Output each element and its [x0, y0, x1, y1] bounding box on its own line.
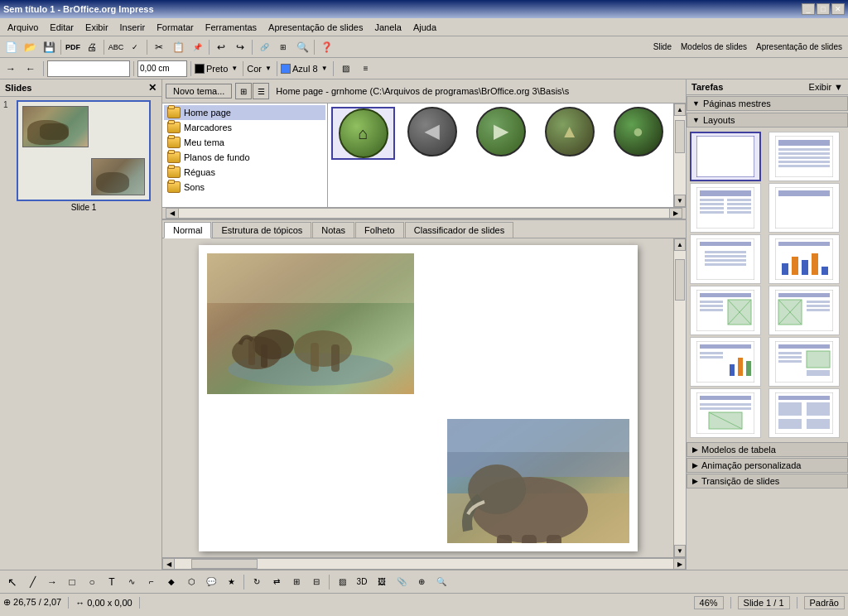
- theme-icon-green2[interactable]: ●: [606, 107, 670, 156]
- table-button[interactable]: ⊞: [274, 38, 292, 56]
- curve-btn[interactable]: ∿: [123, 573, 141, 591]
- tree-item-sons[interactable]: Sons: [164, 180, 325, 195]
- layout-11[interactable]: [690, 388, 761, 438]
- line-style-combo[interactable]: [47, 60, 130, 77]
- vscroll-track[interactable]: [674, 251, 686, 545]
- section-modelos-tabela[interactable]: ▶ Modelos de tabela: [687, 442, 848, 457]
- section-paginas-mestres[interactable]: ▼ Páginas mestres: [687, 96, 848, 111]
- layout-9[interactable]: [690, 337, 761, 387]
- paste-button[interactable]: 📌: [188, 38, 206, 56]
- modelos-btn[interactable]: Modelos de slides: [677, 38, 751, 56]
- menu-inserir[interactable]: Inserir: [114, 20, 152, 35]
- cut-button[interactable]: ✂: [150, 38, 168, 56]
- theme-icon-left[interactable]: ◀: [400, 107, 464, 156]
- tab-folheto[interactable]: Folheto: [355, 222, 404, 238]
- menu-exibir[interactable]: Exibir: [80, 20, 114, 35]
- vscroll-up-arrow[interactable]: ▲: [674, 238, 686, 251]
- line-color-dropdown[interactable]: ▼: [229, 60, 239, 78]
- zoom-level[interactable]: 46%: [694, 596, 724, 609]
- stars-btn[interactable]: ★: [222, 573, 240, 591]
- section-animacao[interactable]: ▶ Animação personalizada: [687, 458, 848, 473]
- tree-item-meuthema[interactable]: Meu tema: [164, 135, 325, 150]
- scroll-up-arrow[interactable]: ▲: [674, 103, 686, 116]
- fill-dropdown[interactable]: ▼: [263, 60, 273, 78]
- layout-12[interactable]: [768, 388, 840, 438]
- hscroll-right-btn[interactable]: ▶: [673, 558, 686, 570]
- tree-item-reguas[interactable]: Réguas: [164, 165, 325, 180]
- rect-btn[interactable]: □: [63, 573, 81, 591]
- menu-ferramentas[interactable]: Ferramentas: [200, 20, 263, 35]
- theme-icon-green1[interactable]: ▲: [537, 107, 601, 156]
- menu-formatar[interactable]: Formatar: [151, 20, 200, 35]
- menu-editar[interactable]: Editar: [44, 20, 80, 35]
- arrow-btn[interactable]: →: [43, 573, 61, 591]
- spellcheck-button[interactable]: ABC: [107, 38, 125, 56]
- save-button[interactable]: 💾: [40, 38, 58, 56]
- insert-pic-btn[interactable]: 🖼: [373, 573, 391, 591]
- flip-btn[interactable]: ⇄: [267, 573, 286, 591]
- tree-item-planos[interactable]: Planos de fundo: [164, 150, 325, 165]
- new-theme-button[interactable]: Novo tema...: [166, 84, 232, 99]
- flowchart-btn[interactable]: ⬡: [182, 573, 200, 591]
- vscroll-thumb[interactable]: [675, 259, 685, 301]
- close-button[interactable]: ✕: [831, 3, 845, 15]
- tree-item-homepage[interactable]: Home page: [164, 105, 325, 120]
- callout-btn[interactable]: 💬: [202, 573, 220, 591]
- spellcheck2-button[interactable]: ✓: [126, 38, 144, 56]
- tab-estrutura[interactable]: Estrutura de tópicos: [212, 222, 311, 238]
- scroll-track[interactable]: [674, 116, 686, 195]
- layout-title-img-content[interactable]: [768, 286, 840, 335]
- section-layouts[interactable]: ▼ Layouts: [687, 113, 848, 128]
- slide-vscrollbar[interactable]: ▲ ▼: [673, 238, 686, 557]
- text-btn[interactable]: T: [103, 573, 121, 591]
- maximize-button[interactable]: □: [817, 3, 830, 15]
- slide-hscrollbar[interactable]: ◀ ▶: [162, 557, 686, 570]
- grid-view-button[interactable]: ⊞: [235, 83, 252, 99]
- slide-thumbnail[interactable]: [17, 100, 151, 201]
- ungroup-btn[interactable]: ⊟: [307, 573, 325, 591]
- scroll-thumb[interactable]: [675, 120, 685, 153]
- tab-normal[interactable]: Normal: [164, 222, 211, 238]
- redo-button[interactable]: ↪: [231, 38, 249, 56]
- tb2-arrow[interactable]: →: [2, 60, 20, 78]
- hscroll-left-btn[interactable]: ◀: [162, 558, 175, 570]
- more-btn[interactable]: ≡: [357, 60, 375, 78]
- navigator-btn[interactable]: ⊕: [412, 573, 431, 591]
- slides-panel-close[interactable]: ✕: [148, 82, 157, 94]
- minimize-button[interactable]: _: [802, 3, 815, 15]
- hscroll-track[interactable]: [175, 558, 673, 570]
- hscroll-right-arrow[interactable]: ▶: [669, 209, 682, 218]
- layout-10[interactable]: [768, 337, 840, 387]
- tab-classificador[interactable]: Classificador de slides: [405, 222, 513, 238]
- hscroll-thumb[interactable]: [191, 559, 258, 569]
- vscroll-down-arrow[interactable]: ▼: [674, 545, 686, 557]
- layout-title-content[interactable]: [768, 132, 840, 181]
- copy-button[interactable]: 📋: [169, 38, 187, 56]
- shadow-draw-btn[interactable]: ▨: [333, 573, 351, 591]
- layout-title-only[interactable]: [768, 183, 840, 233]
- line-size-combo[interactable]: 0,00 cm: [137, 60, 187, 77]
- zoom-btn[interactable]: 🔍: [432, 573, 450, 591]
- undo-button[interactable]: ↩: [212, 38, 230, 56]
- open-button[interactable]: 📂: [21, 38, 39, 56]
- connector-btn[interactable]: ⌐: [142, 573, 161, 591]
- slide-edit-area[interactable]: [162, 238, 673, 557]
- slide-btn[interactable]: Slide: [649, 38, 676, 56]
- menu-ajuda[interactable]: Ajuda: [407, 20, 442, 35]
- layout-title-content-img[interactable]: [690, 286, 761, 335]
- hyperlink-button[interactable]: 🔗: [255, 38, 273, 56]
- slide-photo2[interactable]: [447, 419, 629, 543]
- exibir-button[interactable]: Exibir ▼: [809, 82, 843, 92]
- tab-notas[interactable]: Notas: [312, 222, 354, 238]
- shadow-btn[interactable]: ▨: [337, 60, 355, 78]
- insert-clip-btn[interactable]: 📎: [393, 573, 411, 591]
- theme-hscrollbar[interactable]: ◀ ▶: [162, 207, 686, 219]
- tree-item-marcadores[interactable]: Marcadores: [164, 120, 325, 135]
- hscroll-left-arrow[interactable]: ◀: [166, 209, 179, 218]
- find-button[interactable]: 🔍: [293, 38, 311, 56]
- menu-apresentacao[interactable]: Apresentação de slides: [263, 20, 369, 35]
- line-btn[interactable]: ╱: [23, 573, 41, 591]
- print-button[interactable]: 🖨: [83, 38, 101, 56]
- theme-vscrollbar[interactable]: ▲ ▼: [673, 103, 686, 207]
- menu-janela[interactable]: Janela: [369, 20, 407, 35]
